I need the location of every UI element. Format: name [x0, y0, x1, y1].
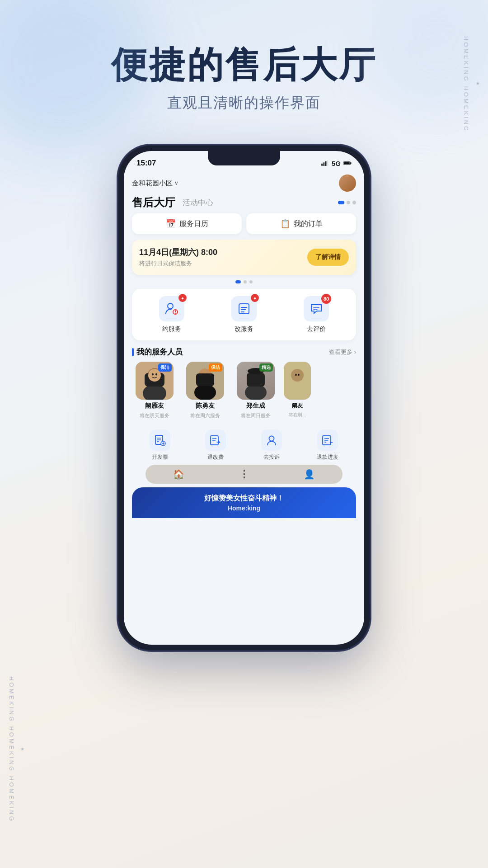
invoice-icon-wrap: [150, 430, 170, 451]
side-text-right: ★ HOMEKING HOMEKING: [463, 36, 480, 132]
staff-card-1[interactable]: 保洁 阚雁友 将在明天服务: [132, 362, 177, 419]
staff-avatar-2: 保洁: [186, 362, 224, 400]
quick-actions: 📅 服务日历 📋 我的订单: [132, 213, 356, 234]
dot-3: [352, 201, 356, 204]
book-service-icon: [165, 302, 178, 316]
tab-bar: 🏠 ⋮ 👤: [145, 465, 343, 484]
svg-point-51: [269, 436, 274, 441]
invoice-tool[interactable]: 开发票: [150, 430, 170, 461]
signal-icon: [321, 160, 329, 166]
complaint-tool[interactable]: 去投诉: [261, 430, 282, 461]
bottom-tools: 开发票 退改费: [132, 425, 356, 465]
calendar-date: 11月4日(星期六) 8:00: [139, 247, 217, 258]
phone-notch: [208, 151, 280, 165]
refund-progress-tool[interactable]: 退款进度: [317, 430, 338, 461]
refund-progress-label: 退款进度: [317, 453, 338, 461]
svg-rect-35: [247, 373, 265, 387]
review-service-item[interactable]: 80 去评价: [304, 296, 329, 333]
svg-point-22: [152, 373, 154, 376]
user-avatar[interactable]: [339, 175, 356, 192]
svg-rect-5: [351, 162, 351, 164]
profile-tab-icon: 👤: [304, 469, 315, 480]
invoice-label: 开发票: [152, 453, 168, 461]
complaint-label: 去投诉: [263, 453, 280, 461]
section-title-main: 售后大厅: [132, 195, 175, 210]
complaint-icon-wrap: [261, 430, 282, 451]
review-service-icon: [310, 302, 323, 316]
book-service-label: 约服务: [162, 325, 181, 333]
staff-tag-2: 保洁: [209, 363, 222, 372]
card-dots: [132, 280, 356, 283]
service-calendar-btn[interactable]: 📅 服务日历: [132, 213, 242, 234]
refund-change-label: 退改费: [207, 453, 224, 461]
svg-point-39: [295, 374, 297, 376]
service-calendar-label: 服务日历: [179, 219, 208, 229]
staff-schedule-3: 将在周日服务: [241, 412, 271, 419]
tab-home[interactable]: 🏠: [173, 469, 184, 480]
svg-point-7: [168, 303, 173, 309]
avatar-image: [339, 175, 356, 192]
card-dot-3: [249, 280, 253, 283]
location-text[interactable]: 金和花园小区 ∨: [132, 179, 178, 188]
location-bar[interactable]: 金和花园小区 ∨: [132, 171, 356, 193]
home-tab-icon: 🏠: [173, 469, 184, 480]
review-service-icon-wrap: 80: [304, 296, 329, 321]
svg-rect-6: [344, 162, 350, 165]
svg-rect-0: [321, 164, 323, 166]
svg-rect-3: [327, 160, 328, 166]
calendar-card[interactable]: 11月4日(星期六) 8:00 将进行日式保洁服务 了解详情: [132, 240, 356, 275]
refund-progress-icon-wrap: [317, 430, 338, 451]
tab-profile[interactable]: 👤: [304, 469, 315, 480]
staff-avatar-4: [284, 362, 311, 400]
dot-1: [338, 201, 344, 204]
refund-progress-icon: [322, 434, 333, 446]
staff-schedule-1: 将在明天服务: [140, 412, 169, 419]
banner-subtitle: Home:king: [132, 505, 356, 512]
calendar-desc: 将进行日式保洁服务: [139, 259, 217, 268]
menu-tab-icon: ⋮: [239, 468, 249, 480]
my-orders-label: 我的订单: [294, 219, 323, 229]
battery-icon: [343, 160, 352, 166]
change-service-icon-wrap: ●: [231, 296, 257, 321]
review-service-badge: 80: [321, 294, 331, 304]
invoice-icon: [154, 434, 166, 446]
change-service-icon: [237, 302, 251, 316]
staff-card-3[interactable]: 精选 郑生成 将在周日服务: [233, 362, 278, 419]
staff-section-more[interactable]: 查看更多 ›: [329, 348, 356, 356]
review-service-label: 去评价: [307, 325, 326, 333]
staff-row: 保洁 阚雁友 将在明天服务: [132, 362, 356, 419]
staff-tag-3: 精选: [259, 363, 273, 372]
staff-card-2[interactable]: 保洁 陈勇友 将在周六服务: [183, 362, 228, 419]
refund-change-tool[interactable]: 退改费: [205, 430, 226, 461]
tab-menu[interactable]: ⋮: [239, 468, 249, 480]
phone-frame: 15:07 5G: [117, 145, 371, 651]
my-orders-btn[interactable]: 📋 我的订单: [246, 213, 356, 234]
book-service-icon-wrap: ●: [159, 296, 184, 321]
complaint-icon: [266, 434, 277, 446]
staff-name-4: 阚友: [292, 402, 303, 410]
status-time: 15:07: [136, 159, 156, 168]
side-text-left: ★ HOMEKING HOMEKING HOMEKING: [8, 676, 24, 823]
calendar-icon: 📅: [166, 219, 176, 229]
staff-schedule-4: 将在明...: [289, 412, 306, 418]
book-service-badge: ●: [178, 294, 187, 302]
svg-rect-1: [324, 162, 325, 166]
card-dot-1: [235, 280, 241, 283]
svg-point-38: [291, 369, 304, 382]
change-service-item[interactable]: ● 改服务: [231, 296, 257, 333]
orders-icon: 📋: [280, 219, 290, 229]
book-service-item[interactable]: ● 约服务: [159, 296, 184, 333]
detail-button[interactable]: 了解详情: [307, 249, 349, 266]
dot-2: [347, 201, 350, 204]
refund-change-icon-wrap: [205, 430, 226, 451]
svg-point-40: [298, 374, 300, 376]
staff-schedule-2: 将在周六服务: [190, 412, 220, 419]
staff-card-4[interactable]: 阚友 将在明...: [284, 362, 311, 419]
staff-avatar-1: 保洁: [136, 362, 174, 400]
change-service-badge: ●: [251, 294, 259, 302]
staff-name-2: 陈勇友: [196, 402, 215, 410]
svg-point-23: [155, 373, 157, 376]
staff-tag-1: 保洁: [158, 363, 172, 372]
staff-name-1: 阚雁友: [145, 402, 164, 410]
app-content: 金和花园小区 ∨ 售后大厅 活动中心: [124, 171, 364, 645]
